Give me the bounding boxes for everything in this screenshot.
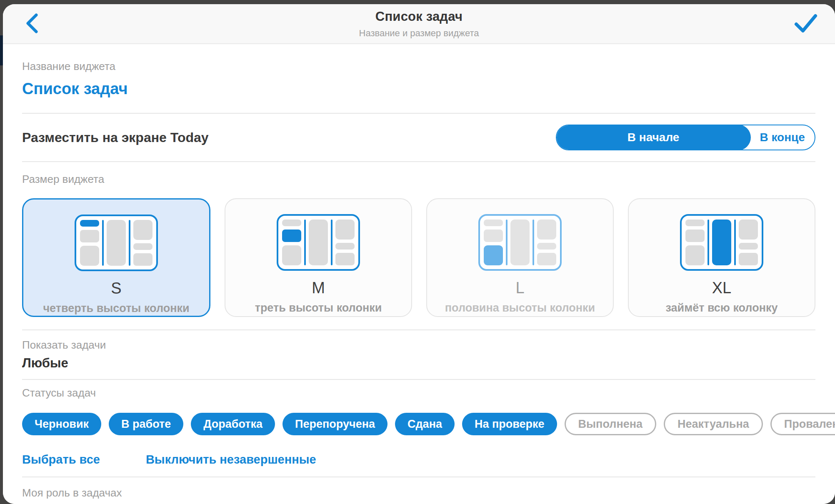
size-xl-preview <box>680 214 763 271</box>
size-code: L <box>515 280 524 296</box>
back-button[interactable] <box>19 10 45 37</box>
my-role-label: Моя роль в задачах <box>22 487 815 499</box>
size-card-l[interactable]: L половина высоты колонки <box>426 198 614 317</box>
size-description: половина высоты колонки <box>445 302 595 314</box>
size-code: XL <box>712 280 731 296</box>
header-titles: Список задач Название и размер виджета <box>3 4 835 43</box>
size-cards-row: S четверть высоты колонки M треть высоты… <box>22 198 815 317</box>
segment-option-end[interactable]: В конце <box>750 125 815 150</box>
status-chip-row: Черновик В работе Доработка Перепоручена… <box>22 413 815 435</box>
widget-size-section: Размер виджета S четверть высоты колонки <box>22 162 815 329</box>
widget-name-input[interactable]: Список задач <box>22 80 815 98</box>
show-tasks-value: Любые <box>22 356 815 371</box>
confirm-button[interactable] <box>792 10 819 37</box>
placement-segmented-control: В начале В конце <box>556 125 815 150</box>
widget-name-label: Название виджета <box>22 60 815 73</box>
size-code: S <box>111 280 121 296</box>
modal-header: Список задач Название и размер виджета <box>3 4 835 44</box>
status-chip-failed[interactable]: Провалена <box>770 413 835 435</box>
size-code: M <box>312 280 325 296</box>
show-tasks-label: Показать задачи <box>22 339 815 352</box>
placement-row: Разместить на экране Today В начале В ко… <box>22 114 815 161</box>
status-chip-in-progress[interactable]: В работе <box>109 413 183 435</box>
widget-settings-modal: Список задач Название и размер виджета Н… <box>3 4 835 504</box>
size-card-xl[interactable]: XL займёт всю колонку <box>628 198 815 317</box>
page-subtitle: Название и размер виджета <box>359 28 479 39</box>
size-card-s[interactable]: S четверть высоты колонки <box>22 198 210 317</box>
size-l-preview <box>478 214 562 271</box>
size-card-m[interactable]: M треть высоты колонки <box>225 198 412 317</box>
size-description: займёт всю колонку <box>666 302 778 314</box>
my-role-section: Моя роль в задачах Я автор Я исполнитель… <box>22 477 815 504</box>
size-description: четверть высоты колонки <box>43 302 189 315</box>
chevron-left-icon <box>25 12 40 35</box>
size-description: треть высоты колонки <box>255 302 382 314</box>
segment-option-start[interactable]: В начале <box>556 125 751 150</box>
page-title: Список задач <box>375 9 462 24</box>
size-m-preview <box>277 214 360 271</box>
placement-title: Разместить на экране Today <box>22 130 209 145</box>
select-all-link[interactable]: Выбрать все <box>22 453 100 467</box>
status-chip-reassigned[interactable]: Перепоручена <box>282 413 388 435</box>
status-chip-on-review[interactable]: На проверке <box>462 413 557 435</box>
task-statuses-label: Статусы задач <box>22 387 815 399</box>
task-statuses-section: Статусы задач Черновик В работе Доработк… <box>22 380 815 477</box>
status-chip-rework[interactable]: Доработка <box>191 413 275 435</box>
widget-size-label: Размер виджета <box>22 173 815 186</box>
show-tasks-field[interactable]: Показать задачи Любые <box>22 330 815 379</box>
disable-unfinished-link[interactable]: Выключить незавершенные <box>146 453 316 467</box>
status-chip-irrelevant[interactable]: Неактуальна <box>664 413 763 435</box>
size-s-preview <box>75 215 158 271</box>
status-chip-submitted[interactable]: Сдана <box>395 413 455 435</box>
status-chip-draft[interactable]: Черновик <box>22 413 101 435</box>
checkmark-icon <box>793 13 819 35</box>
status-chip-done[interactable]: Выполнена <box>565 413 657 435</box>
modal-content: Название виджета Список задач Разместить… <box>3 44 835 504</box>
widget-name-field: Название виджета Список задач <box>22 44 815 113</box>
status-actions-row: Выбрать все Выключить незавершенные <box>22 453 815 467</box>
